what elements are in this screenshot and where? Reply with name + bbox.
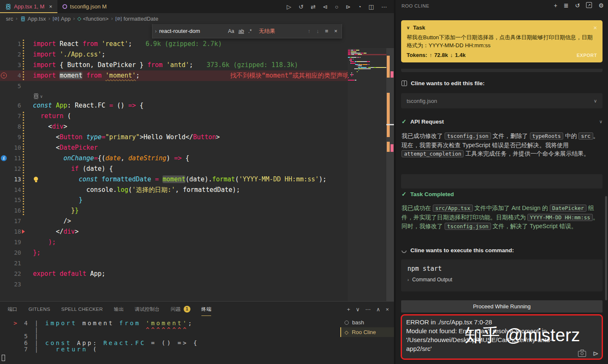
new-task-icon[interactable]: + [554, 2, 557, 9]
editor-actions: ▷↺⇄⊲○⊳◔◫⋯ [287, 0, 394, 13]
breadcrumb-label: formattedDate [123, 16, 158, 22]
terminal-output[interactable]: > 4 | import moment from 'moment'; | ^^^… [14, 320, 199, 353]
more-actions-icon[interactable]: ⋯ [381, 3, 387, 10]
open-in-editor-icon[interactable]: ↗ [586, 2, 592, 8]
code-line: 18 </div> [0, 226, 348, 237]
panel-tab-端口[interactable]: 端口 [8, 306, 18, 313]
panel-tab-终端[interactable]: 终端 [201, 306, 212, 316]
task-card: ∨ Task × 帮我在Button下添加一个日期选择器，点击具体日期能够打印日… [401, 20, 603, 62]
find-input[interactable]: react-router-dom [159, 28, 226, 34]
screenshot-icon[interactable] [578, 351, 586, 357]
git-modified-marker [21, 121, 26, 132]
collapse-task-icon[interactable]: ∨ [407, 25, 410, 30]
chevron-down-icon[interactable]: ∨ [599, 119, 603, 124]
code-editor[interactable]: 1import React from 'react';6.9k (gzipped… [0, 24, 394, 301]
git-modified-marker [21, 185, 26, 195]
send-icon[interactable]: ⊳ [593, 349, 599, 358]
terminal-dropdown-icon[interactable]: ∨ [356, 306, 360, 313]
match-case-icon[interactable]: Aa [228, 28, 234, 34]
line-number: 10 [0, 143, 21, 153]
editor-tab-tsconfig.json[interactable]: tsconfig.json M [57, 0, 112, 13]
inline-error-message: 找不到模块“moment”或其相应的类型声明。 [230, 70, 356, 81]
settings-icon[interactable]: ⚙ [598, 2, 604, 9]
watermark: 知乎 @misterz [464, 324, 580, 347]
new-terminal-icon[interactable]: + [347, 306, 350, 313]
import-cost-inlay: 373.6k (gzipped: 118.3k) [206, 61, 298, 69]
tsconfig-icon [62, 4, 67, 9]
info-icon: i [1, 155, 7, 161]
prompts-icon[interactable]: ≣ [564, 2, 569, 9]
panel-tab-SPELL CHECKER[interactable]: SPELL CHECKER [61, 307, 103, 312]
code-chip: DatePicker [550, 205, 586, 212]
close-tab-icon[interactable]: × [49, 3, 52, 10]
breadcrumb-item-src[interactable]: src [6, 16, 13, 22]
line-number: 12 [0, 164, 21, 174]
code-line: 13 const formattedDate = moment(date).fo… [0, 174, 348, 185]
current-change-icon[interactable]: ○ [335, 3, 338, 10]
gutter [21, 237, 26, 248]
panel-tab-输出[interactable]: 输出 [114, 306, 124, 313]
chevron-down-icon[interactable]: ∨ [594, 98, 597, 104]
panel-tab-bar: 端口GITLENSSPELL CHECKER输出调试控制台问题1终端 [8, 302, 211, 317]
terminal-session-roo-cline[interactable]: ◇Roo Cline [340, 327, 394, 337]
panel-scrollbar[interactable] [605, 196, 607, 300]
breadcrumb-label: src [6, 16, 13, 22]
command-section-header: Cline wants to execute this command: [402, 247, 603, 253]
code-line: ✕4import moment from 'moment';找不到模块“mome… [0, 70, 348, 81]
line-number: 9 [0, 132, 21, 143]
run-icon[interactable]: ▷ [287, 3, 291, 10]
edit-file-row[interactable]: tsconfig.json ∨ [401, 93, 603, 108]
compare-changes-icon[interactable]: ⇄ [311, 3, 316, 10]
api-request-text: 我已成功修改了 tsconfig.json 文件，删除了 typeRoots 中… [402, 132, 601, 159]
more-icon[interactable]: ⋯ [365, 306, 371, 313]
panel-tab-label: GITLENS [29, 307, 50, 312]
breadcrumb-item-App[interactable]: [⊘]App [53, 16, 71, 22]
minimap-line [348, 54, 386, 55]
close-find-icon[interactable]: × [334, 28, 337, 34]
breadcrumb-item-formattedDate[interactable]: [⊘]formattedDate [115, 16, 158, 22]
previous-change-icon[interactable]: ⊲ [323, 3, 328, 10]
line-number: 2 [0, 49, 21, 60]
history-icon[interactable]: ↺ [575, 2, 580, 9]
panel-tab-问题[interactable]: 问题1 [171, 306, 190, 313]
toggle-replace-icon[interactable]: › [152, 28, 159, 34]
time-icon[interactable]: ◔ [358, 3, 361, 10]
git-modified-marker [21, 195, 26, 205]
regex-icon[interactable]: .* [248, 28, 252, 34]
breadcrumb-item-App.tsx[interactable]: App.tsx [20, 16, 46, 22]
command-output-toggle[interactable]: › Command Output [401, 274, 603, 285]
minimap-line [348, 70, 386, 70]
panel-tab-调试控制台[interactable]: 调试控制台 [135, 306, 160, 313]
api-request-header: ✓ API Request ∨ [402, 118, 603, 125]
codelens-react-icon [33, 93, 38, 98]
code-line: 17 /> [0, 216, 348, 226]
export-button[interactable]: EXPORT [577, 53, 597, 58]
panel-tab-GITLENS[interactable]: GITLENS [29, 307, 50, 312]
codelens-row[interactable]: ∨ [0, 91, 348, 100]
line-number: 19 [0, 237, 21, 248]
minimap[interactable] [348, 48, 386, 301]
git-modified-marker [21, 132, 26, 143]
breadcrumb-item-function[interactable]: ◇<function> [77, 16, 109, 22]
previous-match-icon[interactable]: ↑ [308, 28, 311, 34]
proceed-while-running-button[interactable]: Proceed While Running [401, 300, 603, 313]
timeline-icon[interactable]: ↺ [299, 3, 304, 10]
close-panel-icon[interactable]: × [385, 306, 389, 313]
close-task-icon[interactable]: × [593, 24, 597, 31]
line-number: 3 [0, 60, 21, 70]
line-number: 23 [0, 279, 21, 290]
collapsed-result-box[interactable] [401, 174, 603, 189]
lightbulb-icon[interactable] [34, 177, 38, 181]
minimap-line [348, 58, 386, 59]
maximize-panel-icon[interactable]: ∧ [376, 306, 380, 313]
gutter [21, 269, 26, 279]
minimap-line [348, 73, 386, 73]
editor-tab-App.tsx[interactable]: App.tsx 1, M× [0, 0, 57, 13]
whole-word-icon[interactable]: ab [239, 28, 244, 34]
next-match-icon[interactable]: ↓ [316, 28, 319, 34]
panel-tab-label: 输出 [114, 306, 124, 313]
next-change-icon[interactable]: ⊳ [346, 3, 351, 10]
find-in-selection-icon[interactable]: ≡ [325, 28, 328, 34]
terminal-session-bash[interactable]: bash [340, 318, 394, 327]
split-editor-icon[interactable]: ◫ [369, 3, 374, 10]
